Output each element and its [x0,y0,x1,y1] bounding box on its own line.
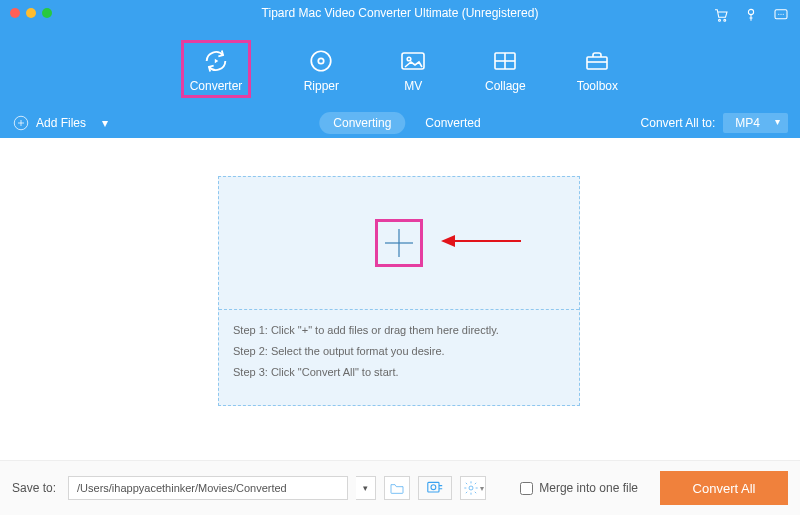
tab-ripper[interactable]: Ripper [299,47,343,98]
ripper-icon [299,47,343,75]
merge-label: Merge into one file [539,481,638,495]
svg-point-11 [408,57,412,61]
add-files-button[interactable]: Add Files ▾ [12,114,108,132]
tab-toolbox[interactable]: Toolbox [575,47,619,98]
convert-all-to-label: Convert All to: [641,116,716,130]
save-path-field[interactable]: /Users/ihappyacethinker/Movies/Converted [68,476,348,500]
svg-point-26 [469,486,473,490]
annotation-arrow [441,231,521,255]
output-format-value: MP4 [735,116,760,130]
add-files-label: Add Files [36,116,86,130]
convert-all-to: Convert All to: MP4 [641,113,788,133]
settings-button[interactable]: ▾ [460,476,486,500]
segment-converted[interactable]: Converted [425,116,480,130]
save-path-value: /Users/ihappyacethinker/Movies/Converted [77,482,287,494]
segment-converting[interactable]: Converting [319,112,405,134]
gpu-toggle-button[interactable] [418,476,452,500]
tab-converter[interactable]: Converter [181,40,252,98]
tab-mv[interactable]: MV [391,47,435,98]
mv-icon [391,47,435,75]
tab-label: Toolbox [575,79,619,93]
step-3: Step 3: Click "Convert All" to start. [233,362,565,383]
convert-all-button[interactable]: Convert All [660,471,788,505]
tab-label: Converter [190,79,243,93]
feedback-icon[interactable] [772,6,790,28]
svg-point-8 [312,51,332,71]
instruction-steps: Step 1: Click "+" to add files or drag t… [219,309,579,393]
svg-rect-15 [587,57,607,69]
drop-zone[interactable]: Step 1: Click "+" to add files or drag t… [218,176,580,406]
svg-point-6 [783,14,784,15]
svg-point-25 [431,485,436,490]
svg-rect-24 [428,482,439,492]
output-format-select[interactable]: MP4 [723,113,788,133]
tab-label: MV [391,79,435,93]
step-1: Step 1: Click "+" to add files or drag t… [233,320,565,341]
merge-checkbox-input[interactable] [520,482,533,495]
svg-marker-23 [441,235,455,247]
collage-icon [483,47,527,75]
main-area: Step 1: Click "+" to add files or drag t… [0,138,800,460]
window-title: Tipard Mac Video Converter Ultimate (Unr… [0,6,800,20]
key-icon[interactable] [742,6,760,28]
svg-point-2 [748,9,753,14]
merge-checkbox[interactable]: Merge into one file [520,481,638,495]
sub-toolbar: Add Files ▾ Converting Converted Convert… [0,108,800,138]
svg-point-4 [778,14,779,15]
main-tabs: Converter Ripper MV Collage Toolbox [0,47,800,98]
save-path-dropdown[interactable]: ▾ [356,476,376,500]
toolbox-icon [575,47,619,75]
footer-bar: Save to: /Users/ihappyacethinker/Movies/… [0,460,800,515]
app-header: Tipard Mac Video Converter Ultimate (Unr… [0,0,800,108]
chevron-down-icon[interactable]: ▾ [102,116,108,130]
svg-point-9 [319,58,324,63]
tab-collage[interactable]: Collage [483,47,527,98]
header-actions [712,6,790,28]
add-file-plus-button[interactable] [375,219,423,267]
tab-label: Collage [483,79,527,93]
svg-point-5 [780,14,781,15]
cart-icon[interactable] [712,6,730,28]
drop-zone-top [219,177,579,309]
open-folder-button[interactable] [384,476,410,500]
status-segmented: Converting Converted [319,112,480,134]
svg-point-1 [724,19,726,21]
svg-point-0 [719,19,721,21]
svg-marker-7 [215,59,219,64]
converter-icon [194,47,238,75]
save-to-label: Save to: [12,481,56,495]
tab-label: Ripper [299,79,343,93]
step-2: Step 2: Select the output format you des… [233,341,565,362]
